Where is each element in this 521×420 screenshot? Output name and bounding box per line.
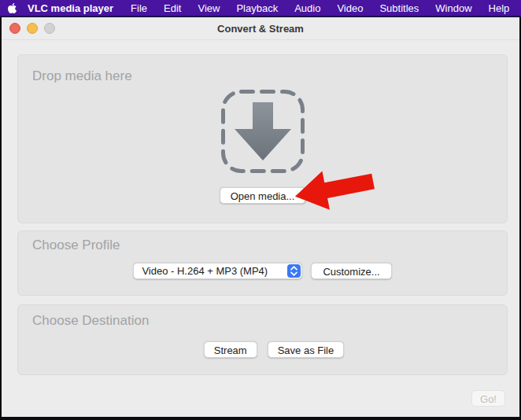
drop-target-icon[interactable]: [220, 88, 306, 175]
menu-bar: VLC media player File Edit View Playback…: [0, 0, 521, 17]
menu-item-subtitles[interactable]: Subtitles: [379, 2, 419, 14]
menu-item-playback[interactable]: Playback: [236, 2, 278, 14]
drop-media-panel[interactable]: Drop media here Open medi: [17, 54, 508, 223]
open-media-button[interactable]: Open media...: [220, 187, 306, 204]
menu-item-edit[interactable]: Edit: [164, 2, 181, 14]
close-button-icon[interactable]: [9, 23, 20, 34]
apple-logo-icon[interactable]: [7, 2, 17, 14]
convert-stream-window: Convert & Stream Drop media here: [2, 17, 519, 417]
zoom-button-icon: [44, 23, 55, 34]
choose-destination-panel: Choose Destination Stream Save as File: [17, 304, 508, 375]
save-as-file-button[interactable]: Save as File: [268, 341, 345, 358]
stream-button[interactable]: Stream: [204, 341, 257, 358]
customize-button[interactable]: Customize...: [311, 263, 391, 279]
choose-profile-panel: Choose Profile Video - H.264 + MP3 (MP4)…: [17, 230, 508, 296]
menu-item-view[interactable]: View: [198, 2, 220, 14]
profile-dropdown-value: Video - H.264 + MP3 (MP4): [142, 265, 287, 277]
screen: VLC media player File Edit View Playback…: [0, 0, 521, 420]
window-title: Convert & Stream: [217, 23, 304, 35]
minimize-button-icon[interactable]: [27, 23, 38, 34]
menu-app-name[interactable]: VLC media player: [28, 2, 113, 14]
menu-item-file[interactable]: File: [131, 2, 147, 14]
choose-destination-label: Choose Destination: [32, 313, 149, 329]
up-down-chevrons-icon: [287, 264, 301, 278]
traffic-lights: [9, 23, 55, 34]
window-content: Drop media here Open medi: [2, 54, 519, 375]
menu-item-window[interactable]: Window: [435, 2, 471, 14]
choose-profile-label: Choose Profile: [32, 238, 120, 253]
drop-media-label: Drop media here: [32, 68, 132, 84]
menu-item-video[interactable]: Video: [337, 2, 363, 14]
profile-dropdown[interactable]: Video - H.264 + MP3 (MP4): [133, 263, 302, 279]
title-bar: Convert & Stream: [2, 17, 519, 40]
down-arrow-icon: [235, 102, 291, 160]
go-button[interactable]: Go!: [471, 390, 505, 407]
menu-item-help[interactable]: Help: [489, 2, 510, 14]
menu-item-audio[interactable]: Audio: [294, 2, 320, 14]
